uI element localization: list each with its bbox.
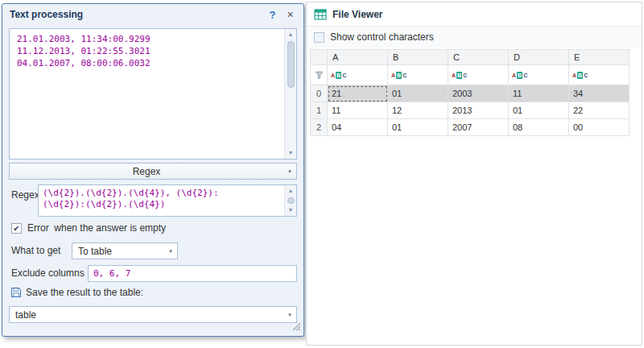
column-type-cell[interactable]: ABC (509, 65, 569, 85)
close-icon[interactable]: × (284, 8, 296, 21)
help-icon[interactable]: ? (266, 9, 279, 21)
scroll-down-icon[interactable]: ▼ (288, 148, 294, 158)
column-header[interactable]: D (509, 49, 569, 65)
table-cell[interactable]: 01 (388, 119, 448, 136)
column-header[interactable]: A (328, 49, 388, 65)
exclude-columns-value: 0, 6, 7 (93, 268, 130, 279)
table-cell[interactable]: 08 (509, 119, 569, 136)
regex-text[interactable]: (\d{2}).(\d{2}).(\d{4}), (\d{2}): (\d{2}… (39, 185, 284, 216)
resize-grip[interactable] (292, 322, 301, 334)
scroll-up-icon[interactable]: ▲ (288, 30, 294, 39)
funnel-icon (315, 71, 324, 80)
column-type-cell[interactable]: ABC (388, 65, 448, 85)
table-cell[interactable]: 11 (328, 102, 388, 119)
scroll-up-icon[interactable]: ▲ (288, 186, 294, 196)
table-cell[interactable]: 12 (388, 102, 448, 119)
table-cell[interactable]: 11 (509, 85, 569, 102)
viewer-titlebar: File Viewer (307, 2, 642, 27)
text-processing-dialog: Text processing ? × 21.01.2003, 11:34:00… (2, 3, 304, 337)
exclude-columns-input[interactable]: 0, 6, 7 (88, 265, 297, 282)
row-header[interactable]: 1 (310, 102, 328, 119)
check-icon: ✔ (13, 224, 19, 233)
scrollbar[interactable]: ▲ ▼ (284, 29, 296, 159)
grid-filter-row: ABCABCABCABCABC (310, 65, 630, 85)
column-header[interactable]: B (388, 49, 448, 65)
grid-corner (310, 49, 328, 65)
source-text-area[interactable]: 21.01.2003, 11:34:00.9299 11.12.2013, 01… (9, 28, 297, 160)
grid-rows: 021012003113411112201301222040120070800 (310, 85, 630, 136)
table-cell[interactable]: 2013 (448, 102, 509, 119)
chevron-down-icon[interactable]: ▼ (283, 307, 296, 322)
save-label: Save the result to the table: (26, 287, 143, 298)
row-header[interactable]: 2 (310, 119, 328, 136)
table-row: 1111220130122 (310, 102, 630, 119)
chevron-down-icon[interactable]: ▼ (283, 164, 296, 179)
show-control-label: Show control characters (330, 31, 434, 43)
abc-type-icon: ABC (572, 72, 588, 79)
regex-label: Regex (11, 187, 39, 204)
row-header[interactable]: 0 (310, 85, 328, 102)
abc-type-icon: ABC (452, 72, 467, 79)
column-type-cell[interactable]: ABC (448, 65, 509, 85)
save-row: Save the result to the table: (10, 287, 143, 298)
scroll-thumb[interactable] (287, 197, 295, 204)
mode-dropdown[interactable]: Regex ▼ (9, 163, 297, 180)
abc-type-icon: ABC (391, 72, 407, 79)
abc-type-icon: ABC (331, 72, 346, 79)
column-type-cell[interactable]: ABC (569, 65, 630, 85)
show-control-checkbox[interactable] (314, 32, 324, 43)
data-grid: ABCDE ABCABCABCABCABC 021012003113411112… (310, 49, 630, 136)
table-cell[interactable]: 21 (328, 85, 388, 102)
what-to-get-label: What to get (11, 242, 60, 259)
column-header[interactable]: C (448, 49, 509, 65)
table-cell[interactable]: 01 (509, 102, 569, 119)
grid-header-row: ABCDE (310, 49, 630, 65)
file-viewer-panel: File Viewer Show control characters ABCD… (306, 2, 642, 346)
table-cell[interactable]: 2007 (448, 119, 509, 136)
scrollbar[interactable]: ▲ ▼ (284, 185, 296, 216)
table-cell[interactable]: 00 (569, 119, 630, 136)
mode-dropdown-value: Regex (10, 166, 283, 177)
table-row: 0210120031134 (310, 85, 630, 102)
table-cell[interactable]: 01 (388, 85, 448, 102)
what-to-get-dropdown[interactable]: To table ▼ (72, 242, 178, 259)
column-header[interactable]: E (569, 49, 630, 65)
save-icon (10, 287, 22, 298)
viewer-title: File Viewer (332, 9, 382, 20)
table-cell[interactable]: 22 (569, 102, 630, 119)
table-row: 2040120070800 (310, 119, 630, 136)
exclude-columns-label: Exclude columns (11, 265, 85, 282)
regex-input[interactable]: (\d{2}).(\d{2}).(\d{4}), (\d{2}): (\d{2}… (38, 184, 297, 217)
dialog-titlebar[interactable]: Text processing ? × (2, 4, 303, 25)
save-target-value: table (10, 309, 283, 321)
input-text[interactable]: 21.01.2003, 11:34:00.9299 11.12.2013, 01… (10, 29, 284, 159)
scroll-down-icon[interactable]: ▼ (288, 205, 294, 215)
table-cell[interactable]: 04 (328, 119, 388, 136)
table-cell[interactable]: 34 (569, 85, 630, 102)
show-control-row[interactable]: Show control characters (307, 27, 642, 48)
abc-type-icon: ABC (512, 72, 527, 79)
error-checkbox[interactable]: ✔ (11, 223, 22, 234)
dialog-title: Text processing (10, 9, 266, 20)
what-to-get-value: To table (72, 246, 164, 257)
filter-row-header[interactable] (310, 65, 328, 85)
error-checkbox-label: Error when the answer is empty (27, 222, 166, 234)
error-checkbox-row[interactable]: ✔ Error when the answer is empty (11, 222, 166, 234)
scroll-thumb[interactable] (287, 41, 295, 88)
chevron-down-icon[interactable]: ▼ (164, 243, 177, 259)
table-cell[interactable]: 2003 (448, 85, 509, 102)
save-target-dropdown[interactable]: table ▼ (9, 306, 297, 323)
table-icon (314, 8, 327, 21)
column-type-cell[interactable]: ABC (328, 65, 388, 85)
